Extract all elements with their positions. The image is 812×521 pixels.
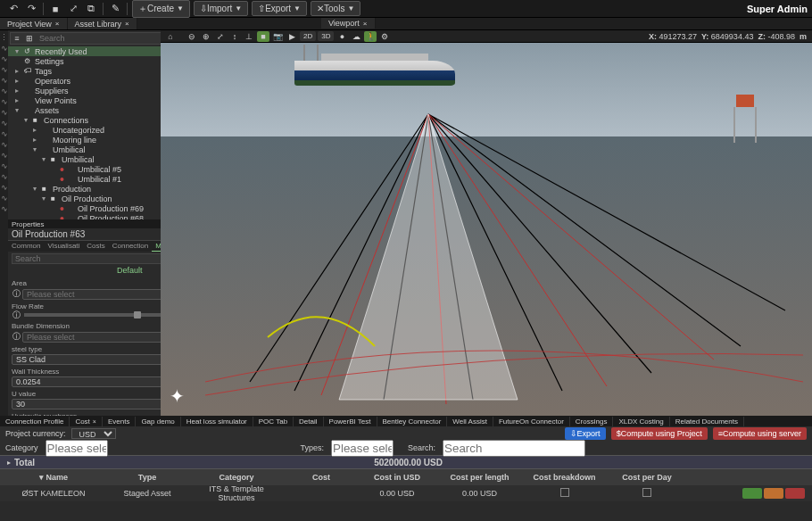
import-menu[interactable]: ⇩Import▼ bbox=[194, 1, 248, 16]
bottom-tab[interactable]: Well Assist bbox=[447, 417, 493, 426]
strip-icon[interactable]: ∿ bbox=[0, 96, 8, 107]
save-icon[interactable]: ■ bbox=[47, 2, 63, 16]
cost-search-input[interactable] bbox=[443, 440, 585, 457]
home-icon[interactable]: ⌂ bbox=[164, 31, 177, 42]
mode-2d[interactable]: 2D bbox=[300, 31, 316, 41]
total-row[interactable]: ▸ Total 5020000.00 USD bbox=[0, 455, 812, 469]
bottom-tab[interactable]: Events bbox=[103, 417, 136, 426]
perday-checkbox[interactable] bbox=[642, 488, 651, 497]
currency-select[interactable]: USD bbox=[71, 428, 116, 439]
category-filter[interactable] bbox=[46, 440, 108, 457]
info-icon[interactable]: ⓘ bbox=[12, 288, 21, 300]
compass-icon[interactable]: ✦ bbox=[170, 385, 191, 407]
bottom-tab[interactable]: Heat loss simulator bbox=[181, 417, 253, 426]
tab-asset-library[interactable]: Asset Library× bbox=[68, 18, 137, 29]
strip-icon[interactable]: ∿ bbox=[0, 118, 8, 128]
cost-table-header: ▾ Name Type Category Cost Cost in USD Co… bbox=[0, 469, 812, 485]
props-tab[interactable]: Costs bbox=[83, 241, 108, 252]
tab-project-view[interactable]: Project View× bbox=[0, 18, 68, 29]
strip-icon[interactable]: ⋮ bbox=[0, 32, 8, 43]
bottom-tab[interactable]: Connection Profile bbox=[0, 417, 70, 426]
compute-project-button[interactable]: $ Compute using Project bbox=[611, 427, 708, 440]
bottom-tab[interactable]: Bentley Connector bbox=[377, 417, 448, 426]
row-copy-button[interactable] bbox=[764, 488, 783, 499]
bottom-tab[interactable]: Crossings bbox=[570, 417, 614, 426]
expand-icon[interactable]: ⤢ bbox=[65, 2, 81, 16]
bottom-tab[interactable]: Gap demo bbox=[136, 417, 180, 426]
user-label: Super Admin bbox=[747, 4, 808, 14]
person-icon[interactable]: 🚶 bbox=[364, 31, 377, 42]
strip-icon[interactable]: ∿ bbox=[0, 64, 8, 75]
play-icon[interactable]: ▶ bbox=[286, 31, 298, 42]
export-button[interactable]: ⇩ Export bbox=[565, 427, 606, 440]
selected-object-title: Oil Production #63 bbox=[12, 229, 178, 239]
search-label: Search: bbox=[408, 443, 435, 452]
row-delete-button[interactable] bbox=[785, 488, 805, 499]
bottom-tab[interactable]: XLDX Costing bbox=[613, 417, 669, 426]
info-icon[interactable]: ⓘ bbox=[12, 310, 21, 321]
chevron-right-icon: ▸ bbox=[7, 459, 11, 467]
info-icon[interactable]: ⓘ bbox=[12, 331, 21, 343]
tools-menu[interactable]: ✕Tools▼ bbox=[311, 1, 360, 16]
bottom-tab[interactable]: Cost× bbox=[70, 417, 103, 426]
strip-icon[interactable]: ∿ bbox=[0, 193, 8, 203]
strip-icon[interactable]: ∿ bbox=[0, 107, 8, 118]
types-label: Types: bbox=[301, 443, 325, 452]
measure-icon[interactable]: ↕ bbox=[228, 31, 241, 42]
types-filter[interactable] bbox=[331, 440, 394, 457]
table-row[interactable]: ØST KAMELEON Staged Asset ITS & Template… bbox=[0, 485, 812, 501]
props-tab[interactable]: Visualisati bbox=[44, 241, 83, 252]
zoom-in-icon[interactable]: ⊕ bbox=[200, 31, 212, 42]
strip-icon[interactable]: ∿ bbox=[0, 139, 8, 150]
strip-icon[interactable]: ∿ bbox=[0, 54, 8, 64]
select-tool[interactable]: ■ bbox=[257, 31, 269, 42]
props-tab[interactable]: Common bbox=[8, 241, 44, 252]
strip-icon[interactable]: ∿ bbox=[0, 203, 8, 214]
row-edit-button[interactable] bbox=[742, 488, 762, 499]
breakdown-checkbox[interactable] bbox=[560, 488, 569, 497]
gear-icon[interactable]: ⚙ bbox=[378, 31, 391, 42]
3d-viewport[interactable]: ✦ bbox=[161, 43, 812, 416]
strip-icon[interactable]: ∿ bbox=[0, 171, 8, 182]
props-tab[interactable]: Connection bbox=[109, 241, 152, 252]
bottom-tab[interactable]: PowerBI Test bbox=[324, 417, 377, 426]
strip-icon[interactable]: ∿ bbox=[0, 75, 8, 86]
back-icon[interactable]: ↶ bbox=[5, 2, 21, 16]
export-menu[interactable]: ⇧Export▼ bbox=[252, 1, 307, 16]
vessel-asset[interactable] bbox=[294, 61, 455, 105]
create-menu[interactable]: ＋Create▼ bbox=[132, 0, 190, 18]
forward-icon[interactable]: ↷ bbox=[23, 2, 39, 16]
filter-icon[interactable]: ⊞ bbox=[23, 33, 36, 44]
edit-icon[interactable]: ✎ bbox=[107, 2, 123, 16]
bottom-tab[interactable]: Detail bbox=[294, 417, 323, 426]
category-label: Category bbox=[5, 443, 38, 452]
strip-icon[interactable]: ∿ bbox=[0, 86, 8, 96]
strip-icon[interactable]: ∿ bbox=[0, 128, 8, 139]
total-value: 5020000.00 USD bbox=[374, 458, 443, 467]
duplicate-icon[interactable]: ⧉ bbox=[83, 2, 99, 16]
viewport-coordinates: X: 491273.27 Y: 6849934.43 Z: -408.98 m bbox=[649, 32, 807, 41]
cloud-icon[interactable]: ☁ bbox=[350, 31, 362, 42]
compute-server-button[interactable]: ≡ Compute using server bbox=[713, 427, 807, 440]
strip-icon[interactable]: ∿ bbox=[0, 43, 8, 54]
bottom-tab[interactable]: POC Tab bbox=[253, 417, 294, 426]
strip-icon[interactable]: ∿ bbox=[0, 182, 8, 193]
camera-icon[interactable]: 📷 bbox=[271, 31, 284, 42]
mode-3d[interactable]: 3D bbox=[318, 31, 334, 41]
strip-icon[interactable]: ∿ bbox=[0, 150, 8, 161]
zoom-out-icon[interactable]: ⊖ bbox=[186, 31, 198, 42]
strip-icon[interactable]: ∿ bbox=[0, 161, 8, 171]
left-icon-strip: ⋮ ∿ ∿ ∿ ∿ ∿ ∿ ∿ ∿ ∿ ∿ ∿ ∿ ∿ ∿ ∿ ∿ bbox=[0, 30, 8, 416]
ruler-icon[interactable]: ⊥ bbox=[243, 31, 255, 42]
light-icon[interactable]: ● bbox=[336, 31, 348, 42]
currency-label: Project currency: bbox=[5, 429, 66, 438]
bottom-tab[interactable]: FutureOn Connector bbox=[493, 417, 570, 426]
tab-viewport[interactable]: Viewport× bbox=[321, 18, 376, 29]
bottom-tab[interactable]: Related Documents bbox=[670, 417, 744, 426]
hierarchy-icon[interactable]: ≡ bbox=[11, 33, 23, 44]
fit-icon[interactable]: ⤢ bbox=[214, 31, 227, 42]
rig-asset[interactable] bbox=[732, 95, 758, 139]
